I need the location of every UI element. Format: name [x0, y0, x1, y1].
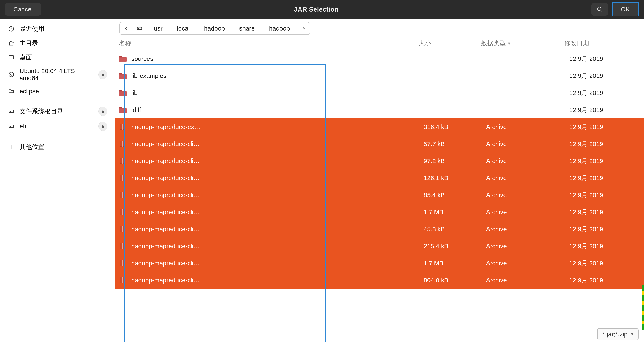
- svg-rect-9: [102, 112, 104, 113]
- svg-point-0: [598, 7, 601, 10]
- breadcrumb-overflow[interactable]: [297, 22, 310, 34]
- sidebar-item-label: 桌面: [20, 53, 108, 62]
- svg-point-16: [138, 28, 139, 29]
- file-name: hadoop-mapreduce-cli…: [132, 243, 424, 250]
- file-size: 804.0 kB: [424, 277, 486, 284]
- file-row[interactable]: jdiff12 9月 2019: [115, 101, 644, 118]
- file-row[interactable]: hadoop-mapreduce-cli…45.3 kBArchive12 9月…: [115, 221, 644, 238]
- sidebar-item-recent[interactable]: 最近使用: [0, 21, 115, 36]
- sidebar-item-label: 最近使用: [20, 24, 108, 33]
- file-filter-label: *.jar;*.zip: [603, 331, 628, 338]
- file-filter-dropdown[interactable]: *.jar;*.zip: [597, 328, 638, 340]
- file-name: hadoop-mapreduce-cli…: [132, 192, 424, 199]
- sidebar-item-fsroot[interactable]: 文件系统根目录: [0, 104, 115, 119]
- file-size: 316.4 kB: [424, 123, 486, 130]
- file-row[interactable]: hadoop-mapreduce-cli…1.7 MBArchive12 9月 …: [115, 255, 644, 272]
- file-chooser-dialog: Cancel JAR Selection OK 最近使用: [0, 0, 644, 344]
- plus-icon: [8, 143, 15, 151]
- file-row[interactable]: lib12 9月 2019: [115, 84, 644, 101]
- file-name: hadoop-mapreduce-cli…: [132, 209, 424, 216]
- file-row[interactable]: hadoop-mapreduce-ex…316.4 kBArchive12 9月…: [115, 118, 644, 135]
- sidebar-item-efi[interactable]: efi: [0, 119, 115, 134]
- file-type: Archive: [486, 209, 569, 216]
- file-date: 12 9月 2019: [569, 191, 644, 199]
- file-name: lib-examples: [132, 72, 424, 79]
- file-date: 12 9月 2019: [569, 225, 644, 234]
- file-name: hadoop-mapreduce-cli…: [132, 140, 424, 147]
- file-row[interactable]: sources12 9月 2019: [115, 50, 644, 67]
- file-name: lib: [132, 89, 424, 96]
- svg-rect-26: [122, 192, 123, 198]
- file-name: hadoop-mapreduce-cli…: [132, 226, 424, 233]
- sidebar-item-iso[interactable]: Ubuntu 20.04.4 LTS amd64: [0, 65, 115, 84]
- breadcrumb-segment[interactable]: local: [170, 22, 197, 34]
- folder-icon: [119, 89, 127, 97]
- archive-icon: [119, 225, 127, 233]
- file-type: Archive: [486, 277, 569, 284]
- svg-rect-18: [122, 124, 123, 130]
- breadcrumb-segment[interactable]: hadoop: [262, 22, 297, 34]
- file-type: Archive: [486, 140, 569, 147]
- file-date: 12 9月 2019: [569, 242, 644, 251]
- sidebar-item-label: 文件系统根目录: [20, 107, 94, 116]
- folder-icon: [119, 55, 127, 62]
- file-row[interactable]: hadoop-mapreduce-cli…1.7 MBArchive12 9月 …: [115, 204, 644, 221]
- col-modified[interactable]: 修改日期: [564, 39, 639, 47]
- eject-button[interactable]: [98, 70, 108, 79]
- dialog-title: JAR Selection: [45, 5, 588, 13]
- archive-icon: [119, 174, 127, 182]
- chevron-right-icon: [302, 26, 306, 30]
- col-size[interactable]: 大小: [419, 39, 481, 47]
- places-sidebar: 最近使用 主目录 桌面: [0, 19, 115, 344]
- breadcrumb-back[interactable]: [120, 22, 132, 34]
- eject-button[interactable]: [98, 122, 108, 131]
- breadcrumb-segment[interactable]: share: [232, 22, 262, 34]
- main-pane: usr local hadoop share hadoop 名称 大小 数据类型: [115, 19, 644, 344]
- file-row[interactable]: lib-examples12 9月 2019: [115, 67, 644, 84]
- file-row[interactable]: hadoop-mapreduce-cli…85.4 kBArchive12 9月…: [115, 187, 644, 204]
- file-type: Archive: [486, 192, 569, 199]
- cancel-button[interactable]: Cancel: [5, 3, 41, 15]
- sidebar-item-other[interactable]: 其他位置: [0, 140, 115, 154]
- scrollbar[interactable]: [642, 285, 644, 330]
- breadcrumb: usr local hadoop share hadoop: [119, 22, 310, 35]
- col-type[interactable]: 数据类型: [481, 39, 564, 47]
- sidebar-item-desktop[interactable]: 桌面: [0, 50, 115, 65]
- svg-rect-34: [122, 260, 123, 266]
- archive-icon: [119, 157, 127, 165]
- file-date: 12 9月 2019: [569, 123, 644, 131]
- footer: *.jar;*.zip: [597, 328, 638, 340]
- svg-rect-32: [122, 243, 123, 249]
- dialog-body: 最近使用 主目录 桌面: [0, 19, 644, 344]
- file-list[interactable]: sources12 9月 2019lib-examples12 9月 2019l…: [115, 50, 644, 344]
- file-date: 12 9月 2019: [569, 140, 644, 148]
- breadcrumb-segment[interactable]: hadoop: [197, 22, 232, 34]
- file-size: 85.4 kB: [424, 192, 486, 199]
- col-name[interactable]: 名称: [119, 39, 419, 47]
- sidebar-item-label: 其他位置: [20, 143, 108, 151]
- file-type: Archive: [486, 226, 569, 233]
- archive-icon: [119, 191, 127, 199]
- sidebar-item-eclipse[interactable]: eclipse: [0, 84, 115, 98]
- breadcrumb-root[interactable]: [132, 22, 147, 34]
- header-bar: Cancel JAR Selection OK: [0, 0, 644, 19]
- svg-rect-22: [122, 158, 123, 164]
- sidebar-item-home[interactable]: 主目录: [0, 36, 115, 50]
- disc-icon: [8, 71, 15, 78]
- sidebar-item-label: Ubuntu 20.04.4 LTS amd64: [20, 67, 94, 82]
- file-date: 12 9月 2019: [569, 55, 644, 63]
- drive-icon: [8, 123, 15, 130]
- ok-button[interactable]: OK: [612, 3, 638, 15]
- file-name: hadoop-mapreduce-ex…: [132, 123, 424, 130]
- file-row[interactable]: hadoop-mapreduce-cli…804.0 kBArchive12 9…: [115, 272, 644, 289]
- file-row[interactable]: hadoop-mapreduce-cli…97.2 kBArchive12 9月…: [115, 152, 644, 170]
- eject-button[interactable]: [98, 107, 108, 116]
- file-row[interactable]: hadoop-mapreduce-cli…57.7 kBArchive12 9月…: [115, 135, 644, 152]
- file-row[interactable]: hadoop-mapreduce-cli…215.4 kBArchive12 9…: [115, 238, 644, 255]
- breadcrumb-segment[interactable]: usr: [147, 22, 170, 34]
- file-row[interactable]: hadoop-mapreduce-cli…126.1 kBArchive12 9…: [115, 170, 644, 187]
- search-button[interactable]: [592, 3, 608, 15]
- file-size: 45.3 kB: [424, 226, 486, 233]
- svg-point-4: [9, 72, 14, 77]
- desktop-icon: [8, 54, 15, 61]
